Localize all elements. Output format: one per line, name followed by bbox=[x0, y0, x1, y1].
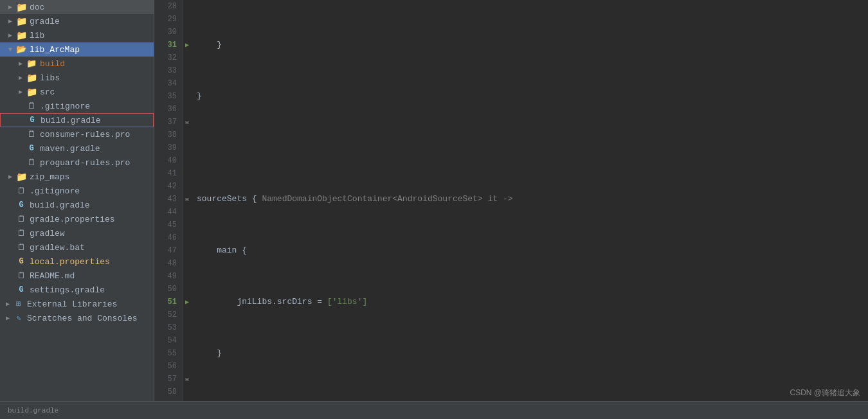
gutter-30 bbox=[183, 26, 192, 39]
label-build: build bbox=[40, 59, 65, 69]
arrow-build: ▶ bbox=[15, 60, 26, 67]
sidebar-item-gitignore-root[interactable]: 🗒 .gitignore bbox=[0, 184, 154, 198]
sidebar-item-gradlew[interactable]: 🗒 gradlew bbox=[0, 226, 154, 240]
label-libs: libs bbox=[40, 73, 60, 83]
sidebar-item-lib-arcmap[interactable]: ▼ 📂 lib_ArcMap bbox=[0, 42, 154, 57]
ln-48: 48 bbox=[159, 257, 177, 270]
sidebar-item-gradle-properties[interactable]: 🗒 gradle.properties bbox=[0, 212, 154, 226]
sidebar-item-external-libraries[interactable]: ▶ ⊞ External Libraries bbox=[0, 297, 154, 311]
ln-33: 33 bbox=[159, 64, 177, 77]
gutter-44 bbox=[183, 206, 192, 218]
sidebar-item-lib[interactable]: ▶ 📁 lib bbox=[0, 28, 154, 42]
folder-icon-doc: 📁 bbox=[15, 2, 27, 12]
arrow-doc: ▶ bbox=[5, 3, 15, 11]
file-icon-gradlew: 🗒 bbox=[15, 228, 27, 238]
sidebar-item-gradlew-bat[interactable]: 🗒 gradlew.bat bbox=[0, 240, 154, 254]
ln-35: 35 bbox=[159, 90, 177, 103]
sidebar-item-scratches[interactable]: ▶ ✎ Scratches and Consoles bbox=[0, 311, 154, 325]
gutter-55 bbox=[183, 347, 192, 360]
gutter-40 bbox=[183, 154, 192, 167]
sidebar-item-settings-gradle[interactable]: G settings.gradle bbox=[0, 283, 154, 297]
label-gradle-properties: gradle.properties bbox=[30, 215, 115, 224]
code-text-28: } bbox=[197, 39, 222, 51]
sidebar-item-consumer-rules[interactable]: 🗒 consumer-rules.pro bbox=[0, 127, 154, 141]
gutter-53 bbox=[183, 321, 192, 334]
label-gradle: gradle bbox=[30, 17, 60, 26]
ln-49: 49 bbox=[159, 270, 177, 283]
gutter-47 bbox=[183, 244, 192, 257]
scratch-icon: ✎ bbox=[13, 313, 24, 323]
sidebar-item-src[interactable]: ▶ 📁 src bbox=[0, 85, 154, 99]
arrow-gradle: ▶ bbox=[5, 17, 15, 25]
folder-icon-src: 📁 bbox=[26, 87, 37, 97]
code-text-33b: ['libs'] bbox=[327, 296, 367, 308]
gutter-28 bbox=[183, 0, 192, 13]
code-editor[interactable]: 28 29 30 31 32 33 34 35 36 37 38 39 40 4… bbox=[154, 0, 868, 401]
ln-55: 55 bbox=[159, 347, 177, 360]
ln-51: 51 bbox=[159, 296, 177, 308]
ln-50: 50 bbox=[159, 283, 177, 296]
arrow-src: ▶ bbox=[15, 88, 26, 96]
gutter-46 bbox=[183, 231, 192, 244]
sidebar[interactable]: ▶ 📁 doc ▶ 📁 gradle ▶ 📁 lib ▼ 📂 lib_ArcMa… bbox=[0, 0, 154, 401]
gutter-32 bbox=[183, 51, 192, 64]
ln-34: 34 bbox=[159, 77, 177, 90]
ln-41: 41 bbox=[159, 167, 177, 180]
label-readme: README.md bbox=[30, 271, 75, 281]
file-icon-readme: 🗒 bbox=[15, 271, 27, 281]
ln-39: 39 bbox=[159, 141, 177, 154]
sidebar-item-zip-maps[interactable]: ▶ 📁 zip_maps bbox=[0, 170, 154, 184]
arrow-lib: ▶ bbox=[5, 31, 15, 39]
code-text-33a: jniLibs.srcDirs = bbox=[197, 296, 327, 308]
code-line-29: } bbox=[197, 90, 863, 103]
code-text-34: } bbox=[197, 347, 222, 360]
ln-38: 38 bbox=[159, 129, 177, 141]
sidebar-item-build-gradle-root[interactable]: G build.gradle bbox=[0, 198, 154, 212]
gutter-39 bbox=[183, 141, 192, 154]
sidebar-item-build[interactable]: ▶ 📁 build bbox=[0, 57, 154, 71]
sidebar-item-libs[interactable]: ▶ 📁 libs bbox=[0, 71, 154, 85]
ln-29: 29 bbox=[159, 13, 177, 26]
ln-28: 28 bbox=[159, 0, 177, 13]
code-line-32: main { bbox=[197, 244, 863, 257]
sidebar-item-gradle[interactable]: ▶ 📁 gradle bbox=[0, 14, 154, 28]
code-text-29: } bbox=[197, 90, 202, 103]
sidebar-item-readme[interactable]: 🗒 README.md bbox=[0, 269, 154, 283]
label-zip-maps: zip_maps bbox=[30, 172, 69, 182]
label-scratches: Scratches and Consoles bbox=[27, 314, 138, 323]
label-local-properties: local.properties bbox=[30, 257, 110, 267]
gutter-58 bbox=[183, 386, 192, 398]
gutter-50 bbox=[183, 283, 192, 296]
gutter-31[interactable]: ▶ bbox=[183, 39, 192, 51]
ln-53: 53 bbox=[159, 321, 177, 334]
ln-54: 54 bbox=[159, 334, 177, 347]
sidebar-item-maven-gradle[interactable]: G maven.gradle bbox=[0, 141, 154, 156]
sidebar-item-gitignore1[interactable]: 🗒 .gitignore bbox=[0, 99, 154, 113]
code-content[interactable]: } } sourceSets { NamedDomainObjectContai… bbox=[192, 0, 868, 401]
sidebar-item-local-properties[interactable]: G local.properties bbox=[0, 254, 154, 269]
gutter-29 bbox=[183, 13, 192, 26]
gutter-57: ⊟ bbox=[183, 373, 192, 386]
gradle-icon-root: G bbox=[15, 200, 27, 210]
file-icon-gitignore-root: 🗒 bbox=[15, 186, 27, 196]
ln-56: 56 bbox=[159, 360, 177, 373]
gutter-34 bbox=[183, 77, 192, 90]
sidebar-item-build-gradle[interactable]: G build.gradle bbox=[0, 113, 154, 127]
gradle-icon-build-gradle: G bbox=[26, 115, 38, 125]
arrow-ext-libs: ▶ bbox=[3, 300, 13, 308]
sidebar-item-doc[interactable]: ▶ 📁 doc bbox=[0, 0, 154, 14]
ln-43: 43 bbox=[159, 193, 177, 206]
gutter-45 bbox=[183, 218, 192, 231]
ln-58: 58 bbox=[159, 386, 177, 398]
sidebar-item-proguard-rules[interactable]: 🗒 proguard-rules.pro bbox=[0, 156, 154, 170]
gradle-icon-local: G bbox=[15, 256, 27, 267]
label-ext-libs: External Libraries bbox=[27, 299, 117, 309]
label-consumer-rules: consumer-rules.pro bbox=[40, 130, 130, 139]
gutter-51[interactable]: ▶ bbox=[183, 296, 192, 308]
label-build-gradle: build.gradle bbox=[41, 116, 101, 125]
gradle-icon-settings: G bbox=[15, 285, 27, 295]
label-gitignore-root: .gitignore bbox=[30, 186, 80, 196]
label-build-gradle-root: build.gradle bbox=[30, 201, 90, 210]
gutter-41 bbox=[183, 167, 192, 180]
status-bar: build.gradle bbox=[0, 401, 868, 419]
